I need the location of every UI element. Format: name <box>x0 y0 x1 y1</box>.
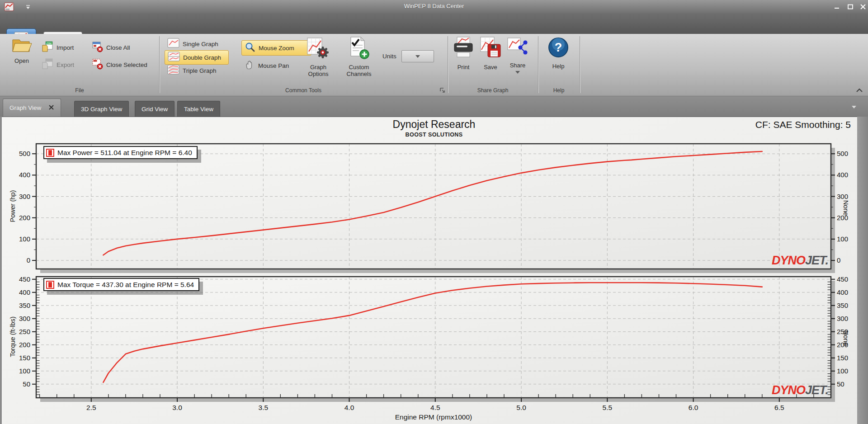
single-graph-label: Single Graph <box>183 41 218 47</box>
group-divider <box>448 36 448 93</box>
single-graph-button[interactable]: Single Graph <box>165 37 229 51</box>
svg-text:500: 500 <box>19 150 30 157</box>
x-axis-title: Engine RPM (rpmx1000) <box>395 413 472 421</box>
ribbon-collapse-chevron-icon[interactable] <box>855 87 863 92</box>
save-floppy-icon <box>480 36 501 62</box>
custom-channels-button[interactable]: Custom Channels <box>339 36 379 77</box>
help-label: Help <box>552 63 565 70</box>
graph-options-label: Graph Options <box>308 64 329 77</box>
svg-text:150: 150 <box>19 354 30 362</box>
file-group-label: File <box>0 87 159 94</box>
power-y-axis-label: Power (hp) <box>9 165 18 247</box>
double-graph-button[interactable]: Double Graph <box>165 50 229 65</box>
close-selected-icon <box>91 58 103 71</box>
tab-overflow-caret-icon[interactable] <box>852 106 856 108</box>
chart-layer: Dynojet Research BOOST SOLUTIONS CF: SAE… <box>0 117 868 424</box>
help-button[interactable]: ? Help <box>545 36 571 70</box>
export-csv-icon <box>42 58 53 71</box>
tab-graph-view[interactable]: Graph View <box>3 99 61 117</box>
svg-text:350: 350 <box>19 302 30 309</box>
chart-title: Dynojet Research <box>0 118 868 131</box>
graph-options-button[interactable]: Graph Options <box>299 36 337 77</box>
print-button[interactable]: Print <box>450 36 476 71</box>
svg-text:4.0: 4.0 <box>344 404 354 411</box>
mouse-zoom-label: Mouse Zoom <box>259 45 294 52</box>
svg-text:200: 200 <box>19 214 30 221</box>
svg-text:450: 450 <box>19 275 30 283</box>
view-tab-strip: Graph View 3D Graph View Grid View Table… <box>0 96 868 117</box>
open-button[interactable]: Open <box>7 36 36 82</box>
share-button[interactable]: Share <box>505 36 531 74</box>
svg-text:3.5: 3.5 <box>259 404 269 411</box>
power-chart: 00100100200200300300400400500500 <box>19 144 848 273</box>
torque-right-axis-label: None <box>840 297 849 379</box>
maximize-button[interactable] <box>844 3 856 11</box>
printer-icon <box>453 36 474 62</box>
triple-graph-label: Triple Graph <box>183 67 217 74</box>
tab-close-icon[interactable] <box>48 104 54 112</box>
export-button[interactable]: Export <box>39 57 77 72</box>
svg-text:500: 500 <box>837 150 848 157</box>
svg-text:100: 100 <box>19 235 30 243</box>
dynojet-logo: DYNOJET. <box>747 254 828 268</box>
export-label: Export <box>57 61 74 68</box>
svg-text:400: 400 <box>19 288 30 296</box>
close-button[interactable] <box>857 3 868 11</box>
close-all-icon <box>91 41 103 54</box>
custom-channels-icon <box>347 36 371 62</box>
group-divider <box>538 36 539 93</box>
minimize-button[interactable] <box>831 3 843 11</box>
charts-canvas[interactable]: 0010010020020030030040040050050050501001… <box>0 117 868 424</box>
hand-pan-icon <box>244 59 255 72</box>
open-label: Open <box>14 57 29 64</box>
tab-table-view[interactable]: Table View <box>177 101 220 117</box>
close-all-button[interactable]: Close All <box>89 40 133 55</box>
help-icon: ? <box>547 36 570 61</box>
units-dropdown[interactable] <box>401 50 434 62</box>
share-icon <box>507 36 528 61</box>
svg-text:200: 200 <box>19 341 30 349</box>
svg-text:50: 50 <box>23 380 30 388</box>
group-divider <box>159 36 160 93</box>
chevron-down-icon <box>415 55 420 58</box>
svg-text:400: 400 <box>19 171 30 179</box>
single-graph-icon <box>167 38 179 50</box>
close-selected-label: Close Selected <box>106 61 147 68</box>
correction-smoothing-info: CF: SAE Smoothing: 5 <box>755 119 851 130</box>
triple-graph-icon <box>167 65 179 76</box>
save-button[interactable]: Save <box>478 36 503 71</box>
tab-grid-view[interactable]: Grid View <box>135 101 175 117</box>
svg-text:0: 0 <box>27 256 30 264</box>
open-folder-icon <box>11 36 32 56</box>
power-legend-text: Max Power = 511.04 at Engine RPM = 6.40 <box>57 149 192 157</box>
share-label: Share <box>510 62 526 69</box>
ribbon-body: Open CSV Import Export Close All <box>0 34 868 96</box>
graph-options-icon <box>307 36 330 62</box>
svg-text:450: 450 <box>837 275 848 283</box>
share-graph-group-label: Share Graph <box>448 87 538 94</box>
svg-text:4.5: 4.5 <box>430 404 440 411</box>
share-dropdown-caret-icon[interactable] <box>515 71 520 74</box>
tab-3d-graph-view[interactable]: 3D Graph View <box>74 101 129 117</box>
triple-graph-button[interactable]: Triple Graph <box>165 64 229 77</box>
svg-text:3.0: 3.0 <box>172 404 182 411</box>
close-selected-button[interactable]: Close Selected <box>89 57 150 72</box>
svg-text:6.0: 6.0 <box>689 404 698 411</box>
double-graph-label: Double Graph <box>183 54 221 61</box>
power-legend: Max Power = 511.04 at Engine RPM = 6.40 <box>43 146 198 159</box>
svg-text:CSV: CSV <box>47 42 52 45</box>
svg-text:6.5: 6.5 <box>774 404 784 411</box>
torque-legend: Max Torque = 437.30 at Engine RPM = 5.64 <box>43 278 199 291</box>
close-all-label: Close All <box>106 44 130 51</box>
save-label: Save <box>484 64 497 71</box>
help-group-label: Help <box>538 87 580 94</box>
chart-subtitle: BOOST SOLUTIONS <box>0 132 868 138</box>
import-button[interactable]: CSV Import <box>39 40 76 55</box>
svg-text:300: 300 <box>19 315 30 322</box>
dynojet-logo: DYNOJET. <box>747 383 828 397</box>
svg-text:5.5: 5.5 <box>603 404 613 411</box>
magnifier-icon <box>245 42 255 54</box>
common-tools-dialog-launcher-icon[interactable] <box>439 87 446 94</box>
import-label: Import <box>57 44 74 51</box>
mouse-pan-label: Mouse Pan <box>258 62 289 69</box>
